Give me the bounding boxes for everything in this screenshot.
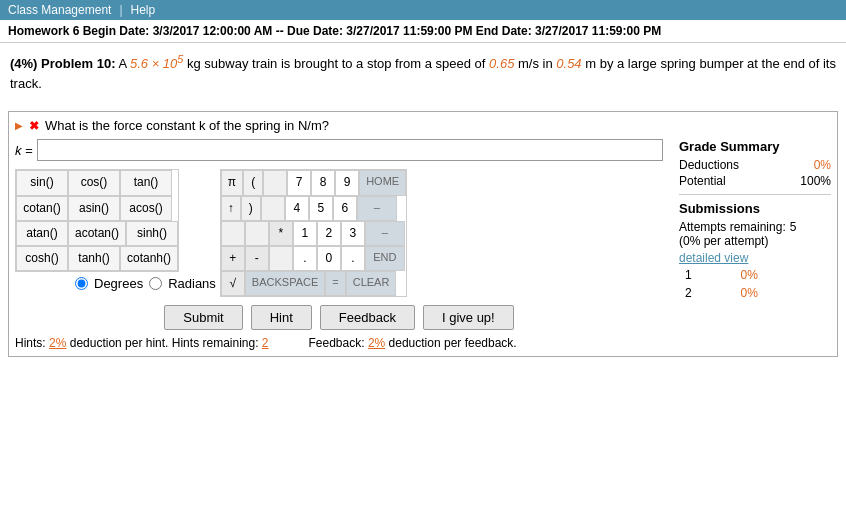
attempts-row: Attempts remaining: 5 (679, 220, 831, 234)
question-body: k = sin() cos() tan() (15, 139, 831, 350)
deductions-value: 0% (814, 158, 831, 172)
hint-button[interactable]: Hint (251, 305, 312, 330)
numpad-row-4: + - . 0 . END (221, 246, 406, 271)
btn-acos[interactable]: acos() (120, 196, 172, 221)
btn-dash2[interactable]: – (365, 221, 405, 246)
detailed-view-link[interactable]: detailed view (679, 251, 748, 265)
numpad-row-3: * 1 2 3 – (221, 221, 406, 246)
grade-deductions-row: Deductions 0% (679, 158, 831, 172)
k-label: k = (15, 143, 33, 158)
btn-2[interactable]: 2 (317, 221, 341, 246)
menu-help[interactable]: Help (131, 3, 156, 17)
btn-1[interactable]: 1 (293, 221, 317, 246)
grade-summary: Grade Summary Deductions 0% Potential 10… (671, 139, 831, 350)
problem-text: (4%) Problem 10: A 5.6 × 105 kg subway t… (0, 43, 846, 99)
btn-8[interactable]: 8 (311, 170, 335, 195)
numpad-area: π ( 7 8 9 HOME ↑ ) (220, 169, 407, 297)
btn-pi[interactable]: π (221, 170, 243, 195)
btn-3[interactable]: 3 (341, 221, 365, 246)
question-text: What is the force constant k of the spri… (45, 118, 329, 133)
btn-minus[interactable]: - (245, 246, 269, 271)
btn-sinh[interactable]: sinh() (126, 221, 178, 246)
hints-remaining[interactable]: 2 (262, 336, 269, 350)
potential-label: Potential (679, 174, 726, 188)
calc-functions: sin() cos() tan() cotan() asin() acos() (15, 169, 179, 272)
btn-sin[interactable]: sin() (16, 170, 68, 195)
feedback-info: Feedback: 2% deduction per feedback. (309, 336, 517, 350)
hints-info: Hints: 2% deduction per hint. Hints rema… (15, 336, 269, 350)
btn-mult[interactable]: * (269, 221, 293, 246)
btn-7[interactable]: 7 (287, 170, 311, 195)
homework-title: Homework 6 Begin Date: 3/3/2017 12:00:00… (8, 24, 661, 38)
menu-class-management[interactable]: Class Management (8, 3, 111, 17)
k-input[interactable] (37, 139, 663, 161)
btn-home[interactable]: HOME (359, 170, 406, 195)
hints-row: Hints: 2% deduction per hint. Hints rema… (15, 336, 663, 350)
k-input-row: k = (15, 139, 663, 161)
problem-value2: 0.65 (489, 56, 514, 71)
btn-6[interactable]: 6 (333, 196, 357, 221)
problem-unit1: m/s in (518, 56, 556, 71)
btn-tanh[interactable]: tanh() (68, 246, 120, 271)
numpad-row-5: √ BACKSPACE = CLEAR (221, 271, 406, 296)
btn-paren-close[interactable]: ) (241, 196, 261, 221)
feedback-button[interactable]: Feedback (320, 305, 415, 330)
submit-button[interactable]: Submit (164, 305, 242, 330)
btn-atan[interactable]: atan() (16, 221, 68, 246)
potential-value: 100% (800, 174, 831, 188)
label-radians: Radians (168, 276, 216, 291)
grade-summary-title: Grade Summary (679, 139, 831, 154)
btn-sqrt[interactable]: √ (221, 271, 245, 296)
problem-number: Problem 10: (41, 56, 115, 71)
btn-equals[interactable]: = (325, 271, 345, 296)
btn-dash1[interactable]: – (357, 196, 397, 221)
btn-cotanh[interactable]: cotanh() (120, 246, 178, 271)
igiveup-button[interactable]: I give up! (423, 305, 514, 330)
hints-label: Hints: (15, 336, 46, 350)
btn-tan[interactable]: tan() (120, 170, 172, 195)
btn-plus[interactable]: + (221, 246, 245, 271)
btn-paren-open[interactable]: ( (243, 170, 263, 195)
btn-5[interactable]: 5 (309, 196, 333, 221)
calc-row-1: sin() cos() tan() (16, 170, 178, 195)
empty-4 (245, 221, 269, 246)
btn-cotan[interactable]: cotan() (16, 196, 68, 221)
btn-cosh[interactable]: cosh() (16, 246, 68, 271)
btn-up[interactable]: ↑ (221, 196, 241, 221)
numpad-row-1: π ( 7 8 9 HOME (221, 170, 406, 195)
numpad-row-2: ↑ ) 4 5 6 – (221, 196, 406, 221)
empty-1 (263, 170, 287, 195)
btn-dot2[interactable]: . (341, 246, 365, 271)
btn-acotan[interactable]: acotan() (68, 221, 126, 246)
btn-0[interactable]: 0 (317, 246, 341, 271)
attempts-label: Attempts remaining: (679, 220, 786, 234)
btn-asin[interactable]: asin() (68, 196, 120, 221)
radio-radians[interactable] (149, 277, 162, 290)
deductions-label: Deductions (679, 158, 739, 172)
attempts-note-text: per attempt) (704, 234, 769, 248)
question-box: ▶ ✖ What is the force constant k of the … (8, 111, 838, 357)
submission-val-1: 0% (737, 267, 829, 283)
btn-dot[interactable]: . (293, 246, 317, 271)
btn-clear[interactable]: CLEAR (346, 271, 397, 296)
empty-5 (269, 246, 293, 271)
submission-row-1: 1 0% (681, 267, 829, 283)
attempts-value: 5 (790, 220, 797, 234)
btn-backspace[interactable]: BACKSPACE (245, 271, 325, 296)
homework-header: Homework 6 Begin Date: 3/3/2017 12:00:00… (0, 20, 846, 43)
attempts-note-pct: (0% (679, 234, 700, 248)
action-buttons: Submit Hint Feedback I give up! (15, 305, 663, 330)
calc-row-4: cosh() tanh() cotanh() (16, 246, 178, 271)
btn-end[interactable]: END (365, 246, 405, 271)
attempts-note: (0% per attempt) (679, 234, 831, 248)
btn-cos[interactable]: cos() (68, 170, 120, 195)
btn-9[interactable]: 9 (335, 170, 359, 195)
btn-4[interactable]: 4 (285, 196, 309, 221)
calc-row-3: atan() acotan() sinh() (16, 221, 178, 246)
numpad-grid: π ( 7 8 9 HOME ↑ ) (220, 169, 407, 297)
problem-value1: 5.6 × 105 (130, 56, 183, 71)
menu-bar: Class Management | Help (0, 0, 846, 20)
submissions-table: 1 0% 2 0% (679, 265, 831, 303)
main-content: ▶ ✖ What is the force constant k of the … (0, 99, 846, 361)
radio-degrees[interactable] (75, 277, 88, 290)
